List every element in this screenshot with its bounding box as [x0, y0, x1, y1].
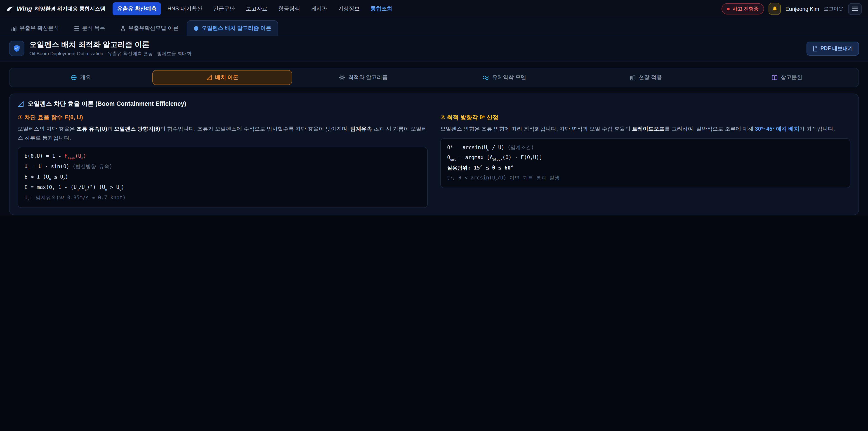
- formula-line: Uc: 임계유속(약 0.35m/s ≈ 0.7 knot): [24, 193, 421, 204]
- page-header-left: 오일펜스 배치 최적화 알고리즘 이론 Oil Boom Deployment …: [9, 40, 192, 57]
- section-tab-references[interactable]: 참고문헌: [717, 70, 857, 85]
- main-nav: 유출유 확산예측 HNS·대기확산 긴급구난 보고자료 항공탐색 게시판 기상정…: [113, 2, 715, 16]
- formula-line: Un = U · sin(θ) (법선방향 유속): [24, 162, 421, 173]
- efficiency-card: 오일펜스 차단 효율 이론 (Boom Containment Efficien…: [9, 94, 859, 215]
- chart-icon: [11, 26, 17, 31]
- tab-diffusion-model-theory[interactable]: 유출유확산모델 이론: [113, 20, 185, 36]
- page-title: 오일펜스 배치 최적화 알고리즘 이론: [29, 40, 192, 49]
- incident-badge-label: 사고 진행중: [733, 5, 758, 12]
- nav-item-weather[interactable]: 기상정보: [333, 2, 364, 16]
- formula-line: E = max(0, 1 - (Un/Uc)²) (Un > Uc): [24, 183, 421, 193]
- logout-link[interactable]: 로그아웃: [824, 5, 844, 12]
- hamburger-icon: [852, 6, 858, 11]
- app-root: Wing 해양환경 위기대응 통합시스템 유출유 확산예측 HNS·대기확산 긴…: [0, 0, 868, 216]
- brand-home-link[interactable]: Wing 해양환경 위기대응 통합시스템: [6, 5, 105, 12]
- flask-icon: [120, 26, 125, 31]
- tab-label: 오일펜스 배치 알고리즘 이론: [202, 24, 271, 32]
- topbar-right: 사고 진행중 Eunjeong Kim 로그아웃: [721, 3, 862, 15]
- formula-line: 단, θ < arcsin(Uc/U) 이면 기름 통과 발생: [447, 173, 844, 184]
- nav-item-emergency-rescue[interactable]: 긴급구난: [209, 2, 239, 16]
- section-tab-deployment-theory[interactable]: 배치 이론: [153, 70, 292, 85]
- efficiency-function-description: 오일펜스의 차단 효율은 조류 유속(U)과 오일펜스 방향각(θ)의 함수입니…: [18, 125, 428, 143]
- topbar: Wing 해양환경 위기대응 통합시스템 유출유 확산예측 HNS·대기확산 긴…: [0, 0, 868, 18]
- nav-item-aerial-search[interactable]: 항공탐색: [274, 2, 305, 16]
- pdf-export-button[interactable]: PDF 내보내기: [807, 41, 859, 56]
- section-tab-label: 배치 이론: [215, 74, 239, 81]
- tab-bar: 유출유 확산분석 분석 목록 유출유확산모델 이론 오일펜스 배치 알고리즘 이…: [0, 18, 868, 36]
- ruler-icon: [18, 101, 24, 107]
- tab-label: 분석 목록: [82, 24, 105, 32]
- section-tab-optimization-algorithm[interactable]: 최적화 알고리즘: [293, 70, 433, 85]
- page-shield-icon: [9, 41, 24, 56]
- page-subtitle: Oil Boom Deployment Optimization · 유출유 확…: [29, 51, 192, 57]
- section-tab-label: 최적화 알고리즘: [348, 74, 388, 81]
- nav-item-integrated-search[interactable]: 통합조회: [366, 2, 397, 16]
- ruler-icon: [206, 74, 212, 81]
- tab-spill-analysis[interactable]: 유출유 확산분석: [4, 20, 66, 36]
- nav-item-board[interactable]: 게시판: [306, 2, 332, 16]
- globe-icon: [71, 74, 77, 81]
- wave-icon: [483, 74, 489, 81]
- formula-line: θ* = arcsin(Uc / U) (임계조건): [447, 143, 844, 153]
- shield-icon: [193, 26, 199, 31]
- list-icon: [74, 26, 79, 31]
- section-tab-label: 유체역학 모델: [492, 74, 526, 81]
- user-name: Eunjeong Kim: [785, 6, 819, 12]
- efficiency-left-column: ① 차단 효율 함수 E(θ, U) 오일펜스의 차단 효율은 조류 유속(U)…: [18, 114, 428, 208]
- tab-boom-algorithm-theory[interactable]: 오일펜스 배치 알고리즘 이론: [187, 20, 278, 36]
- efficiency-columns: ① 차단 효율 함수 E(θ, U) 오일펜스의 차단 효율은 조류 유속(U)…: [18, 114, 850, 208]
- nav-item-hns-atmosphere[interactable]: HNS·대기확산: [163, 2, 207, 16]
- book-icon: [772, 74, 778, 81]
- section-tab-label: 개요: [80, 74, 91, 81]
- nav-item-reports[interactable]: 보고자료: [241, 2, 272, 16]
- formula-line: 실용범위: 15° ≤ θ ≤ 60°: [447, 163, 844, 173]
- optimal-angle-heading: ② 최적 방향각 θ* 산정: [440, 114, 850, 122]
- brand-logo-text: Wing: [17, 5, 32, 12]
- section-tab-label: 현장 적용: [639, 74, 662, 81]
- efficiency-function-heading: ① 차단 효율 함수 E(θ, U): [18, 114, 428, 122]
- efficiency-function-formula-block: E(θ,U) = 1 - Fleak(Un) Un = U · sin(θ) (…: [18, 147, 428, 208]
- optimal-angle-description: 오일펜스 방향은 조류 방향에 따라 최적화됩니다. 차단 면적과 오일 수집 …: [440, 125, 850, 134]
- section-tab-hydrodynamics-model[interactable]: 유체역학 모델: [435, 70, 575, 85]
- pdf-export-label: PDF 내보내기: [820, 45, 853, 52]
- tab-analysis-list[interactable]: 분석 목록: [67, 20, 112, 36]
- page-header: 오일펜스 배치 최적화 알고리즘 이론 Oil Boom Deployment …: [0, 36, 868, 61]
- section-tab-overview[interactable]: 개요: [11, 70, 151, 85]
- menu-button[interactable]: [848, 3, 862, 15]
- tab-label: 유출유확산모델 이론: [128, 24, 179, 32]
- section-tab-field-application[interactable]: 현장 적용: [576, 70, 716, 85]
- incident-dot-icon: [727, 7, 730, 10]
- app-title: 해양환경 위기대응 통합시스템: [35, 5, 105, 12]
- optimal-angle-formula-block: θ* = arcsin(Uc / U) (임계조건) θopt = argmax…: [440, 138, 850, 188]
- nav-item-spill-prediction[interactable]: 유출유 확산예측: [113, 2, 161, 16]
- notifications-button[interactable]: [769, 3, 781, 15]
- wing-logo-icon: [6, 6, 14, 12]
- efficiency-right-column: ② 최적 방향각 θ* 산정 오일펜스 방향은 조류 방향에 따라 최적화됩니다…: [440, 114, 850, 208]
- section-nav: 개요 배치 이론 최적화 알고리즘 유체역학 모델 현장 적용: [9, 68, 859, 87]
- building-icon: [630, 74, 636, 81]
- page-header-text: 오일펜스 배치 최적화 알고리즘 이론 Oil Boom Deployment …: [29, 40, 192, 57]
- efficiency-card-title: 오일펜스 차단 효율 이론 (Boom Containment Efficien…: [18, 100, 850, 108]
- formula-line: E ≈ 1 (Un ≤ Uc): [24, 172, 421, 183]
- formula-line: E(θ,U) = 1 - Fleak(Un): [24, 152, 421, 162]
- section-tab-label: 참고문헌: [781, 74, 802, 81]
- gear-icon: [339, 74, 345, 81]
- tab-label: 유출유 확산분석: [20, 24, 59, 32]
- document-icon: [812, 45, 818, 52]
- incident-status-badge: 사고 진행중: [721, 3, 764, 14]
- bell-icon: [772, 6, 778, 12]
- formula-line: θopt = argmax [Ablock(θ) · E(θ,U)]: [447, 153, 844, 163]
